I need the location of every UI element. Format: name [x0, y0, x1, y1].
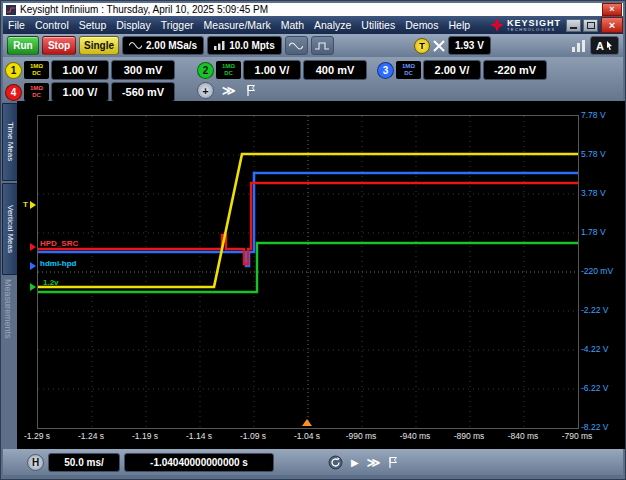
- y-tick: 3.78 V: [581, 188, 623, 198]
- trigger-time-marker[interactable]: [302, 419, 312, 426]
- horizontal-button[interactable]: H: [27, 454, 44, 471]
- minimize-icon[interactable]: [566, 19, 581, 32]
- sample-rate-value: 2.00 MSa/s: [146, 40, 197, 51]
- restore-icon[interactable]: [583, 19, 598, 32]
- brand-subtitle: TECHNOLOGIES: [507, 28, 561, 32]
- x-tick: -1.29 s: [17, 431, 57, 441]
- keysight-logo: KEYSIGHT TECHNOLOGIES: [490, 18, 564, 32]
- add-waveform-button[interactable]: +: [197, 82, 214, 99]
- channel-4-offset[interactable]: -560 mV: [111, 82, 175, 102]
- channel-4-coupling-mode: DC: [32, 92, 41, 99]
- chevrons-icon[interactable]: ≫: [367, 456, 381, 469]
- measurements-label: Measurements: [3, 279, 13, 339]
- channel-2-coupling[interactable]: 1MΩ DC: [216, 61, 241, 79]
- channel-1-controls: 1 1MΩ DC 1.00 V/ 300 mV: [5, 60, 175, 80]
- window-title: Keysight Infiniium : Thursday, April 10,…: [20, 4, 268, 15]
- x-tick: -1.24 s: [71, 431, 111, 441]
- channel-2-button[interactable]: 2: [197, 62, 214, 79]
- channel-3-impedance: 1MΩ: [402, 63, 415, 70]
- menu-measure-mark[interactable]: Measure/Mark: [199, 16, 276, 34]
- single-button[interactable]: Single: [79, 36, 119, 55]
- channel-3-offset[interactable]: -220 mV: [483, 60, 547, 80]
- y-tick: -4.22 V: [581, 344, 623, 354]
- channel-2-offset[interactable]: 400 mV: [303, 60, 367, 80]
- close-window-icon[interactable]: ×: [601, 17, 623, 33]
- y-tick: 7.78 V: [581, 110, 623, 120]
- tab-time-meas[interactable]: Time Meas: [2, 103, 18, 181]
- channel-3-coupling[interactable]: 1MΩ DC: [396, 61, 421, 79]
- menu-analyze[interactable]: Analyze: [309, 16, 356, 34]
- channel-2-coupling-mode: DC: [224, 70, 233, 77]
- trace-label-hdmi-hpd[interactable]: hdmi-hpd: [40, 259, 76, 268]
- channel-1-coupling[interactable]: 1MΩ DC: [24, 61, 49, 79]
- x-tick: -790 ms: [557, 431, 597, 441]
- channel-3-ground-marker[interactable]: [30, 262, 36, 270]
- y-tick: 5.78 V: [581, 149, 623, 159]
- trace-label-hpd-src[interactable]: HPD_SRC: [40, 239, 78, 248]
- channel-bar: 1 1MΩ DC 1.00 V/ 300 mV 2 1MΩ DC 1.00 V/…: [3, 57, 623, 101]
- chevrons-icon[interactable]: ≫: [222, 84, 236, 97]
- trigger-level-box[interactable]: 1.93 V: [448, 36, 491, 55]
- channel-4-impedance: 1MΩ: [30, 85, 43, 92]
- trigger-level-marker-label[interactable]: T: [23, 200, 28, 209]
- channel-4-coupling[interactable]: 1MΩ DC: [24, 83, 49, 101]
- channel-3-scale[interactable]: 2.00 V/: [423, 60, 481, 80]
- waveform-icon: [129, 41, 142, 50]
- channel-3-button[interactable]: 3: [377, 62, 394, 79]
- trigger-level-marker[interactable]: [30, 201, 36, 209]
- stop-button[interactable]: Stop: [42, 36, 76, 55]
- menu-control[interactable]: Control: [30, 16, 74, 34]
- channel-3-controls: 3 1MΩ DC 2.00 V/ -220 mV: [377, 60, 547, 80]
- channel-4-controls: 4 1MΩ DC 1.00 V/ -560 mV: [5, 82, 175, 102]
- menu-display[interactable]: Display: [111, 16, 155, 34]
- run-button[interactable]: Run: [7, 36, 39, 55]
- play-icon[interactable]: ▶: [351, 457, 359, 468]
- trace-label-1v2[interactable]: 1.2v: [43, 278, 59, 287]
- channel-2-ground-marker[interactable]: [30, 283, 36, 291]
- channel-2-scale[interactable]: 1.00 V/: [243, 60, 301, 80]
- tab-vertical-meas[interactable]: Vertical Meas: [2, 183, 18, 275]
- channel-1-offset[interactable]: 300 mV: [111, 60, 175, 80]
- channel-3-coupling-mode: DC: [404, 70, 413, 77]
- channel-1-scale[interactable]: 1.00 V/: [51, 60, 109, 80]
- sine-wave-button[interactable]: [285, 36, 308, 55]
- x-tick: -1.14 s: [179, 431, 219, 441]
- channel-4-ground-marker[interactable]: [30, 243, 36, 251]
- menu-demos[interactable]: Demos: [400, 16, 443, 34]
- menu-setup[interactable]: Setup: [74, 16, 111, 34]
- menu-bar: File Control Setup Display Trigger Measu…: [3, 16, 623, 34]
- channel-1-button[interactable]: 1: [5, 62, 22, 79]
- meter-icon[interactable]: [571, 39, 587, 53]
- menu-math[interactable]: Math: [276, 16, 309, 34]
- menu-utilities[interactable]: Utilities: [356, 16, 400, 34]
- annotation-button[interactable]: A: [590, 36, 619, 55]
- close-icon[interactable]: ×: [602, 3, 622, 16]
- menu-file[interactable]: File: [3, 16, 30, 34]
- flag-icon[interactable]: [388, 456, 398, 469]
- rescale-icon[interactable]: [328, 455, 343, 470]
- graticule[interactable]: [37, 115, 579, 429]
- trigger-badge[interactable]: T: [414, 38, 430, 54]
- traces-svg: [38, 116, 578, 428]
- memory-icon: [214, 41, 225, 50]
- memory-depth-box[interactable]: 10.0 Mpts: [207, 36, 282, 55]
- x-tick: -1.04 s: [287, 431, 327, 441]
- menu-help[interactable]: Help: [443, 16, 475, 34]
- menu-trigger[interactable]: Trigger: [156, 16, 199, 34]
- x-tick: -1.19 s: [125, 431, 165, 441]
- annotation-label: A: [596, 40, 604, 52]
- trigger-edge-icon[interactable]: [433, 40, 445, 52]
- waveform-display[interactable]: T HPD_SRC hdmi-hpd 1.2v 7.78 V 5.78 V 3.…: [17, 101, 625, 449]
- timebase-box[interactable]: 50.0 ms/: [48, 453, 120, 472]
- horizontal-position-box[interactable]: -1.04040000000000 s: [124, 453, 274, 472]
- channel-4-scale[interactable]: 1.00 V/: [51, 82, 109, 102]
- sample-rate-box[interactable]: 2.00 MSa/s: [122, 36, 204, 55]
- horizontal-bar: H 50.0 ms/ -1.04040000000000 s ▶ ≫: [3, 449, 623, 475]
- x-tick: -890 ms: [449, 431, 489, 441]
- x-tick: -1.09 s: [233, 431, 273, 441]
- flag-icon[interactable]: [246, 84, 256, 97]
- square-wave-button[interactable]: [311, 36, 334, 55]
- y-tick: -220 mV: [581, 266, 623, 276]
- channel-4-button[interactable]: 4: [5, 84, 22, 101]
- memory-depth-value: 10.0 Mpts: [229, 40, 275, 51]
